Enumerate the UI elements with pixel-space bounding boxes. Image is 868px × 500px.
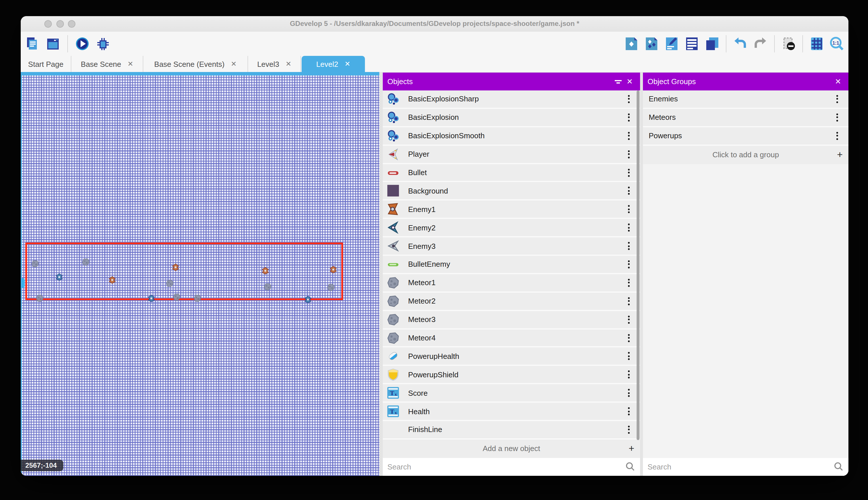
object-row-meteor3[interactable]: Meteor3 xyxy=(383,311,640,329)
objects-panel-icon[interactable] xyxy=(623,36,640,52)
object-row-enemy1[interactable]: Enemy1 xyxy=(383,201,640,219)
object-name: Enemy1 xyxy=(408,205,622,214)
objects-search-input[interactable] xyxy=(383,458,640,476)
redo-icon[interactable] xyxy=(752,36,769,52)
scene-sprite-enemy-blue[interactable] xyxy=(55,273,63,281)
object-row-score[interactable]: TxScore xyxy=(383,385,640,403)
project-manager-icon[interactable] xyxy=(24,36,40,52)
explosion-icon xyxy=(387,93,399,105)
group-menu-kebab-icon[interactable] xyxy=(831,129,843,142)
properties-icon[interactable] xyxy=(664,36,680,52)
object-row-meteor1[interactable]: Meteor1 xyxy=(383,274,640,293)
object-row-powerupshield[interactable]: PowerupShield xyxy=(383,366,640,385)
close-tab-icon[interactable]: ✕ xyxy=(344,60,350,68)
object-row-poweruphealth[interactable]: PowerupHealth xyxy=(383,348,640,366)
object-menu-kebab-icon[interactable] xyxy=(622,111,635,124)
tab-base-scene-events-[interactable]: Base Scene (Events)✕ xyxy=(143,56,248,72)
group-row-powerups[interactable]: Powerups xyxy=(643,127,848,146)
objects-scrollbar[interactable] xyxy=(637,90,640,440)
add-group-row[interactable]: Click to add a group + xyxy=(643,146,848,164)
scene-sprite-meteor[interactable] xyxy=(166,280,174,287)
tab-level3[interactable]: Level3✕ xyxy=(248,56,301,72)
close-tab-icon[interactable]: ✕ xyxy=(128,60,133,68)
close-groups-panel-icon[interactable]: ✕ xyxy=(832,76,844,87)
tab-start-page[interactable]: Start Page xyxy=(21,56,71,72)
object-menu-kebab-icon[interactable] xyxy=(622,423,635,436)
undo-icon[interactable] xyxy=(732,36,748,52)
object-menu-kebab-icon[interactable] xyxy=(622,166,635,179)
scene-sprite-meteor[interactable] xyxy=(327,283,335,292)
object-row-player[interactable]: Player xyxy=(383,146,640,164)
scene-sprite-meteor[interactable] xyxy=(173,293,181,301)
zoom-1-1-icon[interactable]: 1:1 xyxy=(829,36,845,52)
object-row-meteor2[interactable]: Meteor2 xyxy=(383,293,640,311)
object-menu-kebab-icon[interactable] xyxy=(622,368,635,381)
object-row-basicexplosionsharp[interactable]: BasicExplosionSharp xyxy=(383,90,640,109)
filter-icon[interactable] xyxy=(612,76,624,87)
add-object-row[interactable]: Add a new object + xyxy=(383,440,640,458)
scene-editor-canvas[interactable]: 2567;-104 xyxy=(21,72,379,476)
close-tab-icon[interactable]: ✕ xyxy=(231,60,237,68)
scene-sprite-meteor[interactable] xyxy=(82,258,90,266)
group-menu-kebab-icon[interactable] xyxy=(831,93,843,105)
group-row-meteors[interactable]: Meteors xyxy=(643,109,848,127)
layers-icon[interactable] xyxy=(704,36,720,52)
selection-rectangle[interactable] xyxy=(25,242,343,300)
object-row-enemy2[interactable]: Enemy2 xyxy=(383,219,640,237)
scene-sprite-enemy-orange[interactable] xyxy=(329,265,337,274)
scene-sprite-enemy-orange[interactable] xyxy=(172,263,179,271)
scene-sprite-meteor[interactable] xyxy=(36,294,44,303)
object-menu-kebab-icon[interactable] xyxy=(622,93,635,105)
object-menu-kebab-icon[interactable] xyxy=(622,221,635,234)
object-row-health[interactable]: TxHealth xyxy=(383,403,640,421)
group-name: Meteors xyxy=(649,113,831,122)
add-object-label: Add a new object xyxy=(483,444,540,453)
object-menu-kebab-icon[interactable] xyxy=(622,405,635,418)
object-menu-kebab-icon[interactable] xyxy=(622,331,635,344)
scene-edge-handle[interactable] xyxy=(21,278,25,288)
mask-toggle-icon[interactable] xyxy=(781,36,797,52)
tab-base-scene[interactable]: Base Scene✕ xyxy=(71,56,143,72)
object-menu-kebab-icon[interactable] xyxy=(622,129,635,142)
group-menu-kebab-icon[interactable] xyxy=(831,111,843,124)
object-menu-kebab-icon[interactable] xyxy=(622,350,635,363)
tab-level2[interactable]: Level2✕ xyxy=(302,56,365,72)
preview-play-icon[interactable] xyxy=(74,36,90,52)
object-row-meteor4[interactable]: Meteor4 xyxy=(383,329,640,348)
object-menu-kebab-icon[interactable] xyxy=(622,258,635,271)
scene-sprite-meteor[interactable] xyxy=(193,294,201,303)
group-row-enemies[interactable]: Enemies xyxy=(643,90,848,109)
object-menu-kebab-icon[interactable] xyxy=(622,387,635,399)
close-tab-icon[interactable]: ✕ xyxy=(285,60,291,68)
object-row-basicexplosion[interactable]: BasicExplosion xyxy=(383,109,640,127)
objects-panel: Objects ✕ BasicExplosionSharpBasicExplos… xyxy=(383,72,640,476)
scene-panel-divider[interactable] xyxy=(379,72,383,476)
scene-sprite-meteor[interactable] xyxy=(263,283,272,291)
object-row-background[interactable]: Background xyxy=(383,182,640,201)
object-row-bulletenemy[interactable]: BulletEnemy xyxy=(383,256,640,274)
grid-icon[interactable] xyxy=(809,36,825,52)
object-menu-kebab-icon[interactable] xyxy=(622,313,635,326)
panels-divider[interactable] xyxy=(640,72,643,476)
scene-sprite-enemy-orange[interactable] xyxy=(261,267,269,275)
object-menu-kebab-icon[interactable] xyxy=(622,148,635,160)
object-menu-kebab-icon[interactable] xyxy=(622,185,635,197)
scene-sprite-enemy-orange[interactable] xyxy=(108,276,116,284)
object-groups-panel-icon[interactable] xyxy=(644,36,660,52)
instances-list-icon[interactable] xyxy=(684,36,700,52)
object-menu-kebab-icon[interactable] xyxy=(622,240,635,252)
object-row-bullet[interactable]: Bullet xyxy=(383,164,640,182)
scene-sprite-enemy-blue[interactable] xyxy=(147,294,155,303)
groups-search-input[interactable] xyxy=(643,458,848,476)
scene-sprite-meteor[interactable] xyxy=(31,260,39,268)
scene-sprite-enemy-blue[interactable] xyxy=(304,296,312,304)
close-objects-panel-icon[interactable]: ✕ xyxy=(624,76,635,87)
debug-icon[interactable] xyxy=(95,36,111,52)
app-window-icon[interactable] xyxy=(45,36,61,52)
object-menu-kebab-icon[interactable] xyxy=(622,203,635,216)
object-row-basicexplosionsmooth[interactable]: BasicExplosionSmooth xyxy=(383,127,640,146)
object-menu-kebab-icon[interactable] xyxy=(622,295,635,307)
object-row-enemy3[interactable]: Enemy3 xyxy=(383,237,640,256)
object-row-finishline[interactable]: FinishLine xyxy=(383,421,640,440)
object-menu-kebab-icon[interactable] xyxy=(622,276,635,289)
